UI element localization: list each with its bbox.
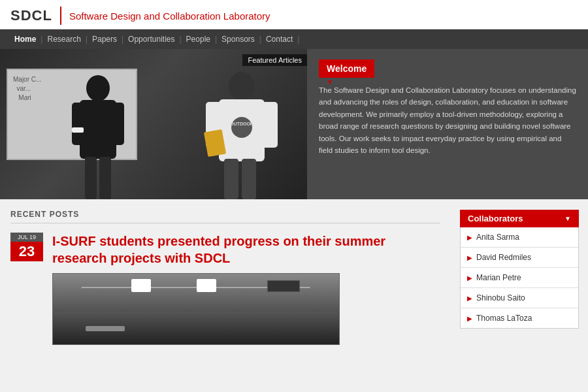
post-date: JUL 19 23 bbox=[10, 233, 43, 261]
svg-rect-1 bbox=[80, 100, 116, 159]
logo-separator bbox=[60, 7, 61, 25]
table-edge bbox=[86, 326, 125, 331]
nav-sponsors[interactable]: Sponsors bbox=[218, 35, 259, 44]
hero-image: Major C... var... Mari bbox=[0, 49, 307, 199]
recent-posts-section: RECENT POSTS JUL 19 23 I-SURF students p… bbox=[0, 199, 451, 355]
post-image bbox=[52, 273, 340, 345]
nav-sep-4: | bbox=[179, 35, 181, 44]
collab-name-4: Thomas LaToza bbox=[476, 314, 532, 323]
post-content: I-SURF students presented progress on th… bbox=[52, 233, 440, 345]
wb-text: Major C... var... Mari bbox=[13, 75, 41, 112]
projector bbox=[267, 280, 300, 292]
hero-section: Major C... var... Mari bbox=[0, 49, 588, 199]
nav-sep-3: | bbox=[122, 35, 123, 44]
svg-rect-2 bbox=[72, 103, 84, 145]
nav-research[interactable]: Research bbox=[43, 35, 84, 44]
collab-name-3: Shinobu Saito bbox=[476, 293, 525, 302]
collab-title-arrow-icon: ▼ bbox=[564, 215, 571, 222]
nav-people[interactable]: People bbox=[182, 35, 214, 44]
collab-item-4[interactable]: ▶ Thomas LaToza bbox=[461, 308, 578, 328]
sidebar: Collaborators ▼ ▶ Anita Sarma ▶ David Re… bbox=[451, 199, 588, 355]
nav-sep-1: | bbox=[41, 35, 42, 44]
svg-text:OUTDOOR: OUTDOOR bbox=[230, 122, 253, 126]
svg-rect-3 bbox=[112, 103, 124, 145]
svg-point-7 bbox=[229, 72, 255, 101]
post-date-month: JUL 19 bbox=[10, 233, 43, 242]
nav-home[interactable]: Home bbox=[10, 35, 40, 44]
recent-posts-title: RECENT POSTS bbox=[10, 210, 440, 223]
figure-right: OUTDOOR bbox=[203, 72, 281, 199]
main-content: RECENT POSTS JUL 19 23 I-SURF students p… bbox=[0, 199, 588, 355]
nav-sep-2: | bbox=[86, 35, 88, 44]
light-fixture-1 bbox=[131, 279, 151, 292]
post-title[interactable]: I-SURF students presented progress on th… bbox=[52, 233, 440, 267]
svg-rect-11 bbox=[224, 159, 238, 199]
nav-papers[interactable]: Papers bbox=[88, 35, 121, 44]
collaborators-title-text: Collaborators bbox=[468, 214, 523, 223]
nav-sep-6: | bbox=[259, 35, 261, 44]
collab-item-1[interactable]: ▶ David Redmiles bbox=[461, 248, 578, 268]
collab-item-3[interactable]: ▶ Shinobu Saito bbox=[461, 288, 578, 308]
collab-name-2: Marian Petre bbox=[476, 273, 521, 282]
svg-rect-12 bbox=[242, 159, 256, 199]
post-item: JUL 19 23 I-SURF students presented prog… bbox=[10, 233, 440, 345]
svg-point-13 bbox=[231, 117, 252, 138]
svg-point-0 bbox=[86, 75, 110, 101]
logo-sdcl: SDCL bbox=[10, 7, 52, 24]
welcome-text: The Software Design and Collaboration La… bbox=[319, 84, 576, 156]
collab-item-2[interactable]: ▶ Marian Petre bbox=[461, 268, 578, 288]
collab-arrow-icon-4: ▶ bbox=[467, 315, 472, 322]
collab-arrow-icon-2: ▶ bbox=[467, 274, 472, 282]
collab-item-0[interactable]: ▶ Anita Sarma bbox=[461, 227, 578, 248]
figure-left bbox=[65, 75, 131, 199]
featured-label: Featured Articles bbox=[242, 54, 307, 66]
nav-sep-7: | bbox=[297, 35, 299, 44]
hero-welcome: Welcome The Software Design and Collabor… bbox=[307, 49, 588, 199]
svg-rect-4 bbox=[85, 157, 97, 199]
svg-rect-6 bbox=[72, 127, 84, 133]
nav-sep-5: | bbox=[215, 35, 217, 44]
hero-photo: Major C... var... Mari bbox=[0, 49, 307, 199]
nav-contact[interactable]: Contact bbox=[262, 35, 297, 44]
collaborators-list: ▶ Anita Sarma ▶ David Redmiles ▶ Marian … bbox=[460, 227, 579, 329]
header: SDCL Software Design and Collaboration L… bbox=[0, 0, 588, 29]
collab-name-1: David Redmiles bbox=[476, 253, 531, 262]
collab-arrow-icon-1: ▶ bbox=[467, 254, 472, 261]
navigation: Home | Research | Papers | Opportunities… bbox=[0, 29, 588, 49]
svg-rect-5 bbox=[99, 157, 111, 199]
light-fixture-2 bbox=[197, 279, 216, 292]
svg-rect-10 bbox=[262, 102, 278, 148]
collab-arrow-icon-3: ▶ bbox=[467, 295, 472, 302]
collaborators-title: Collaborators ▼ bbox=[460, 210, 579, 227]
logo-full-name: Software Design and Collaboration Labora… bbox=[69, 10, 270, 22]
post-date-day: 23 bbox=[10, 242, 43, 261]
welcome-title: Welcome bbox=[319, 59, 374, 78]
nav-opportunities[interactable]: Opportunities bbox=[124, 35, 178, 44]
collab-name-0: Anita Sarma bbox=[476, 233, 519, 242]
collab-arrow-icon-0: ▶ bbox=[467, 234, 472, 241]
